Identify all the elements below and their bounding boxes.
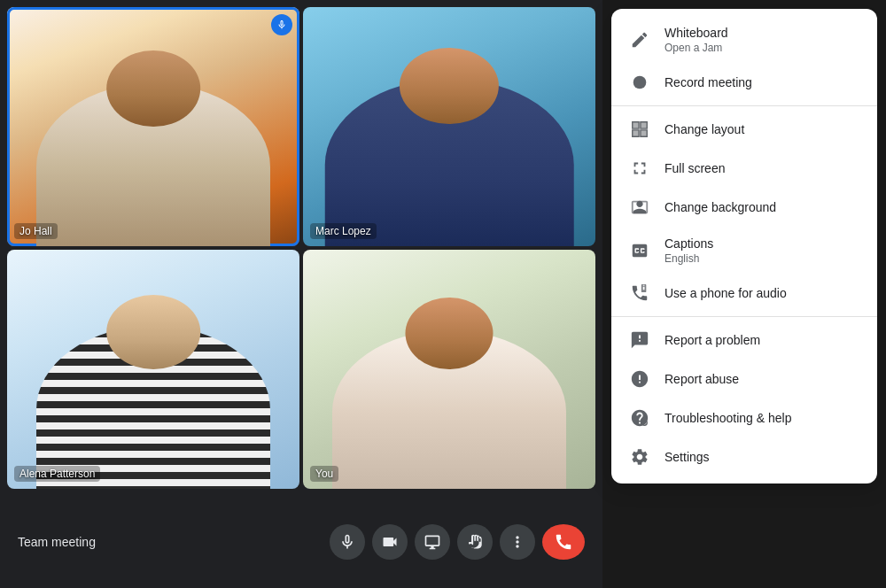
menu-label-whiteboard: Whiteboard (664, 25, 859, 41)
divider-1 (611, 105, 877, 106)
background-icon (629, 197, 650, 218)
menu-label-record: Record meeting (664, 74, 859, 90)
menu-text-troubleshooting: Troubleshooting & help (664, 410, 859, 426)
menu-text-report-abuse: Report abuse (664, 371, 859, 387)
menu-text-settings: Settings (664, 449, 859, 465)
menu-item-background[interactable]: Change background (611, 188, 877, 227)
raise-hand-button[interactable] (457, 524, 493, 560)
menu-text-report-problem: Report a problem (664, 332, 859, 348)
menu-label-layout: Change layout (664, 121, 859, 137)
report-problem-icon (629, 329, 650, 351)
menu-text-background: Change background (664, 199, 859, 215)
camera-button[interactable] (372, 524, 408, 560)
context-menu: Whiteboard Open a Jam Record meeting Cha… (611, 9, 877, 484)
menu-item-settings[interactable]: Settings (611, 437, 877, 476)
mic-button[interactable] (330, 524, 365, 560)
layout-icon (629, 119, 650, 140)
more-options-button[interactable] (500, 524, 535, 560)
participant-tile-marc: Marc Lopez (303, 7, 595, 246)
menu-text-phone-audio: Use a phone for audio (664, 285, 859, 301)
end-call-button[interactable] (542, 524, 585, 560)
menu-item-layout[interactable]: Change layout (611, 110, 877, 149)
menu-label-settings: Settings (664, 449, 859, 465)
troubleshooting-icon (629, 407, 650, 429)
mic-indicator-joanna (271, 14, 292, 35)
record-icon (629, 72, 650, 93)
phone-audio-icon (629, 282, 650, 304)
menu-item-report-problem[interactable]: Report a problem (611, 321, 877, 360)
fullscreen-icon (629, 158, 650, 179)
menu-text-layout: Change layout (664, 121, 859, 137)
report-abuse-icon (629, 368, 650, 390)
video-grid: Jo Hall Marc Lopez Alena Patterson You (0, 0, 602, 496)
participant-tile-joanna: Jo Hall (7, 7, 299, 246)
captions-icon (629, 240, 650, 261)
menu-item-troubleshooting[interactable]: Troubleshooting & help (611, 398, 877, 437)
menu-text-whiteboard: Whiteboard Open a Jam (664, 25, 859, 54)
menu-label-report-abuse: Report abuse (664, 371, 859, 387)
menu-label-phone-audio: Use a phone for audio (664, 285, 859, 301)
menu-label-captions: Captions (664, 236, 859, 251)
menu-sublabel-captions: English (664, 252, 859, 265)
menu-label-fullscreen: Full screen (664, 160, 859, 176)
svg-point-0 (633, 76, 647, 89)
pencil-icon (629, 29, 650, 50)
menu-item-whiteboard[interactable]: Whiteboard Open a Jam (611, 16, 877, 63)
settings-icon (629, 446, 650, 468)
menu-item-report-abuse[interactable]: Report abuse (611, 360, 877, 398)
controls-bar (330, 524, 585, 560)
menu-item-record[interactable]: Record meeting (611, 63, 877, 102)
bottom-bar: Team meeting (0, 496, 602, 588)
menu-item-phone-audio[interactable]: Use a phone for audio (611, 274, 877, 313)
participant-name-marc: Marc Lopez (310, 223, 377, 239)
menu-item-fullscreen[interactable]: Full screen (611, 149, 877, 188)
menu-text-fullscreen: Full screen (664, 160, 859, 176)
participant-name-you: You (310, 466, 338, 482)
participant-tile-alena: Alena Patterson (7, 250, 299, 489)
menu-label-report-problem: Report a problem (664, 332, 859, 348)
meeting-title: Team meeting (18, 535, 330, 549)
menu-label-troubleshooting: Troubleshooting & help (664, 410, 859, 426)
divider-2 (611, 316, 877, 317)
menu-text-record: Record meeting (664, 74, 859, 90)
present-button[interactable] (415, 524, 450, 560)
participant-tile-you: You (303, 250, 595, 489)
menu-sublabel-whiteboard: Open a Jam (664, 42, 859, 54)
menu-label-background: Change background (664, 199, 859, 215)
participant-name-joanna: Jo Hall (14, 223, 58, 239)
menu-item-captions[interactable]: Captions English (611, 227, 877, 274)
menu-text-captions: Captions English (664, 236, 859, 265)
participant-name-alena: Alena Patterson (14, 466, 100, 482)
